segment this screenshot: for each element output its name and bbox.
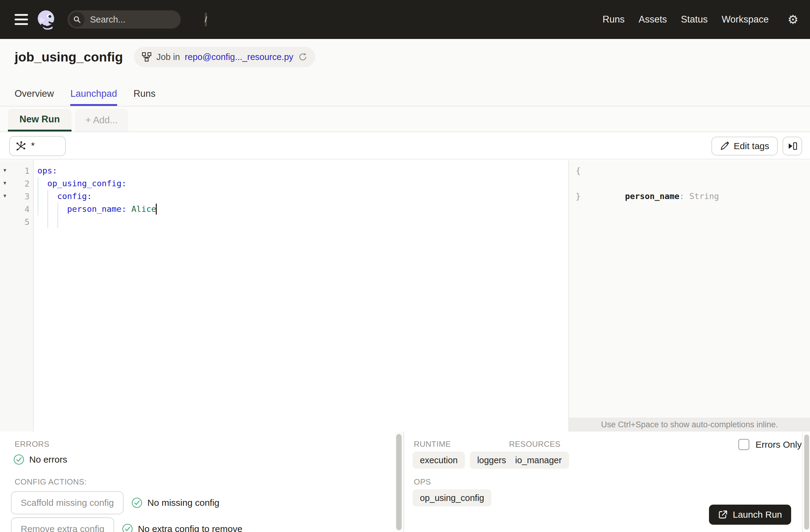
resources-chip-io-manager[interactable]: io_manager xyxy=(508,452,569,469)
nav-link-runs[interactable]: Runs xyxy=(602,14,625,25)
errors-pane-scrollbar[interactable] xyxy=(395,432,404,532)
check-circle-icon xyxy=(13,454,25,465)
op-selector-value: * xyxy=(31,141,35,151)
errors-only-checkbox[interactable] xyxy=(738,439,749,450)
check-circle-icon xyxy=(131,497,142,508)
runtime-chip-loggers[interactable]: loggers xyxy=(470,452,513,469)
config-tab-strip: New Run + Add... xyxy=(0,107,810,132)
toggle-second-pane-button[interactable] xyxy=(783,136,802,156)
sections-pane: RUNTIME execution loggers RESOURCES io_m… xyxy=(404,432,810,532)
line-number: 5 xyxy=(25,217,30,227)
op-selector-input[interactable]: * xyxy=(9,136,66,156)
scaffold-missing-config-button[interactable]: Scaffold missing config xyxy=(11,491,124,514)
ops-chip-op-using-config[interactable]: op_using_config xyxy=(412,489,491,506)
editor-gutter: ▼ 1 ▼ 2 ▼ 3 4 5 xyxy=(0,160,34,432)
autocomplete-hint: Use Ctrl+Space to show auto-completions … xyxy=(569,418,810,432)
fold-arrow-icon[interactable]: ▼ xyxy=(2,168,7,173)
line-number: 2 xyxy=(25,179,30,188)
fold-arrow-icon[interactable]: ▼ xyxy=(2,181,7,186)
op-graph-icon xyxy=(15,141,26,151)
page-header: job_using_config Job in repo@config..._r… xyxy=(0,39,810,107)
search-icon xyxy=(69,12,85,27)
config-schema-panel: { person_name: String } Use Ctrl+Space t… xyxy=(568,160,810,432)
slash-shortcut-key: / xyxy=(205,13,207,27)
play-pane-icon xyxy=(787,141,798,151)
remove-extra-config-button[interactable]: Remove extra config xyxy=(11,517,114,532)
nav-links: Runs Assets Status Workspace ⚙ xyxy=(602,13,798,26)
nav-link-workspace[interactable]: Workspace xyxy=(722,14,769,25)
job-repo-link[interactable]: repo@config..._resource.py xyxy=(185,52,293,62)
tab-runs[interactable]: Runs xyxy=(133,88,156,106)
add-config-tab-button[interactable]: + Add... xyxy=(75,109,128,131)
bottom-panel: ERRORS No errors CONFIG ACTIONS: Scaffol… xyxy=(0,432,810,532)
line-number: 1 xyxy=(25,166,30,176)
page-title: job_using_config xyxy=(15,50,123,65)
launch-icon xyxy=(718,510,728,519)
schema-brace: } xyxy=(576,190,581,203)
dagster-logo-icon[interactable] xyxy=(36,9,56,30)
reload-icon[interactable] xyxy=(298,52,307,62)
yaml-key: person_name: xyxy=(37,204,127,214)
editor-split: ▼ 1 ▼ 2 ▼ 3 4 5 ops: op_using_confi xyxy=(0,160,810,432)
resources-label: RESOURCES xyxy=(509,439,561,449)
ops-label: OPS xyxy=(414,477,431,487)
pencil-icon xyxy=(720,142,729,151)
page-tabs: Overview Launchpad Runs xyxy=(15,88,156,106)
sections-pane-scrollbar[interactable] xyxy=(802,432,810,532)
nav-link-assets[interactable]: Assets xyxy=(639,14,667,25)
line-number: 3 xyxy=(25,192,30,201)
schema-field-name: person_name xyxy=(625,191,679,201)
launch-run-button[interactable]: Launch Run xyxy=(709,505,791,525)
no-extra-config-status: No extra config to remove xyxy=(138,524,243,532)
no-missing-config-status: No missing config xyxy=(147,498,220,508)
errors-section-label: ERRORS xyxy=(15,439,49,449)
config-actions-label: CONFIG ACTIONS: xyxy=(15,477,87,487)
schema-field-type: String xyxy=(684,191,719,201)
nav-link-status[interactable]: Status xyxy=(681,14,708,25)
top-nav: / Runs Assets Status Workspace ⚙ xyxy=(0,0,810,39)
job-origin-badge: Job in repo@config..._resource.py xyxy=(134,47,315,67)
launchpad-page: / Runs Assets Status Workspace ⚙ job_usi… xyxy=(0,0,810,532)
text-cursor xyxy=(156,204,157,214)
job-graph-icon xyxy=(142,52,151,62)
launchpad-toolbar: * Edit tags xyxy=(0,133,810,160)
edit-tags-button[interactable]: Edit tags xyxy=(711,136,778,156)
errors-pane: ERRORS No errors CONFIG ACTIONS: Scaffol… xyxy=(0,432,395,532)
menu-icon[interactable] xyxy=(15,14,28,25)
search-input[interactable] xyxy=(90,15,205,25)
tab-launchpad[interactable]: Launchpad xyxy=(70,88,117,106)
fold-arrow-icon[interactable]: ▼ xyxy=(2,194,7,198)
check-circle-icon xyxy=(122,523,133,532)
search-box[interactable]: / xyxy=(67,10,181,29)
runtime-chip-execution[interactable]: execution xyxy=(412,452,465,469)
yaml-line: ops: xyxy=(37,166,57,175)
job-badge-prefix: Job in xyxy=(157,52,180,62)
settings-gear-icon[interactable]: ⚙ xyxy=(788,13,798,26)
yaml-line: op_using_config: xyxy=(37,179,127,188)
tab-overview[interactable]: Overview xyxy=(15,88,54,106)
schema-colon: : xyxy=(679,191,684,201)
config-editor[interactable]: ops: op_using_config: config: person_nam… xyxy=(34,160,568,432)
yaml-line: config: xyxy=(37,191,92,201)
yaml-value: Alice xyxy=(127,204,157,214)
config-tab-new-run[interactable]: New Run xyxy=(8,109,71,131)
line-number: 4 xyxy=(25,205,30,214)
edit-tags-label: Edit tags xyxy=(734,141,769,151)
no-errors-status: No errors xyxy=(29,454,67,465)
errors-only-label: Errors Only xyxy=(756,439,802,450)
runtime-label: RUNTIME xyxy=(414,439,451,449)
launch-run-label: Launch Run xyxy=(733,510,782,520)
schema-brace: { xyxy=(576,164,581,177)
